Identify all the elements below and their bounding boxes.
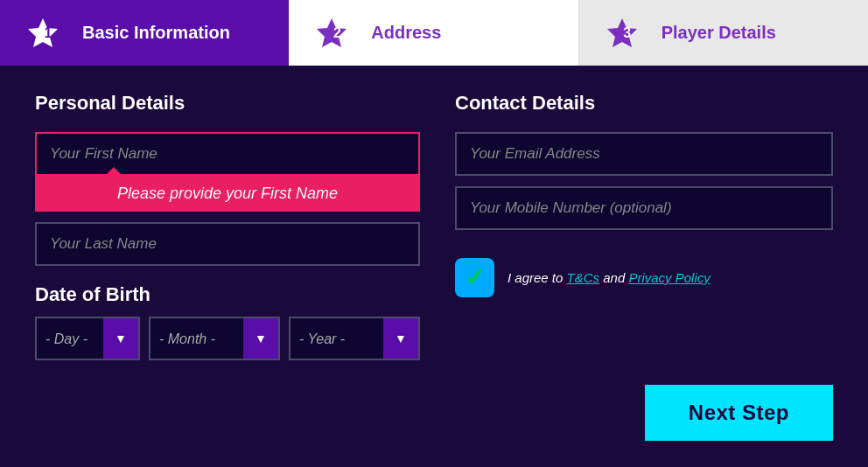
terms-text-before: I agree to	[508, 270, 567, 285]
personal-details-title: Personal Details	[35, 92, 420, 115]
terms-text: I agree to T&Cs and Privacy Policy	[508, 270, 710, 285]
mobile-input[interactable]	[455, 186, 833, 230]
year-arrow-icon: ▼	[383, 318, 418, 359]
left-column: Personal Details Please provide your Fir…	[35, 92, 420, 441]
step-1-label: Basic Information	[82, 23, 230, 43]
dob-title: Date of Birth	[35, 283, 420, 306]
year-select-wrapper: - Year - ▼	[289, 317, 420, 360]
step-2[interactable]: 2 Address	[289, 0, 578, 66]
year-select[interactable]: - Year -	[290, 318, 383, 359]
error-text: Please provide your First Name	[48, 185, 407, 203]
month-arrow-icon: ▼	[243, 318, 278, 359]
next-step-button[interactable]: Next Step	[645, 385, 833, 441]
last-name-input[interactable]	[35, 222, 420, 266]
day-select-wrapper: - Day - ▼	[35, 317, 140, 360]
step-1[interactable]: 1 Basic Information	[0, 0, 289, 66]
month-select-wrapper: - Month - ▼	[149, 317, 280, 360]
step-3[interactable]: 3 Player Details	[579, 0, 868, 66]
day-select[interactable]: - Day -	[37, 318, 103, 359]
day-arrow-icon: ▼	[103, 318, 138, 359]
month-select[interactable]: - Month -	[150, 318, 243, 359]
content-wrapper: Personal Details Please provide your Fir…	[0, 66, 868, 467]
step-3-label: Player Details	[662, 23, 776, 43]
error-message-container: Please provide your First Name	[35, 176, 420, 212]
privacy-link[interactable]: Privacy Policy	[628, 270, 710, 285]
contact-details-title: Contact Details	[455, 92, 833, 115]
checkmark-icon: ✓	[465, 263, 485, 292]
step-2-number: 2	[320, 25, 354, 41]
dob-selects: - Day - ▼ - Month - ▼ - Year	[35, 317, 420, 360]
terms-text-middle: and	[599, 270, 628, 285]
terms-checkbox[interactable]: ✓	[455, 258, 494, 297]
step-2-label: Address	[371, 23, 441, 43]
step-1-number: 1	[32, 25, 65, 41]
first-name-input[interactable]	[35, 132, 420, 176]
email-input[interactable]	[455, 132, 833, 176]
step-3-number: 3	[611, 25, 644, 41]
steps-header: 1 Basic Information 2 Address 3 Player D…	[0, 0, 868, 66]
terms-row: ✓ I agree to T&Cs and Privacy Policy	[455, 258, 833, 297]
error-arrow	[105, 167, 122, 176]
tc-link[interactable]: T&Cs	[567, 270, 600, 285]
